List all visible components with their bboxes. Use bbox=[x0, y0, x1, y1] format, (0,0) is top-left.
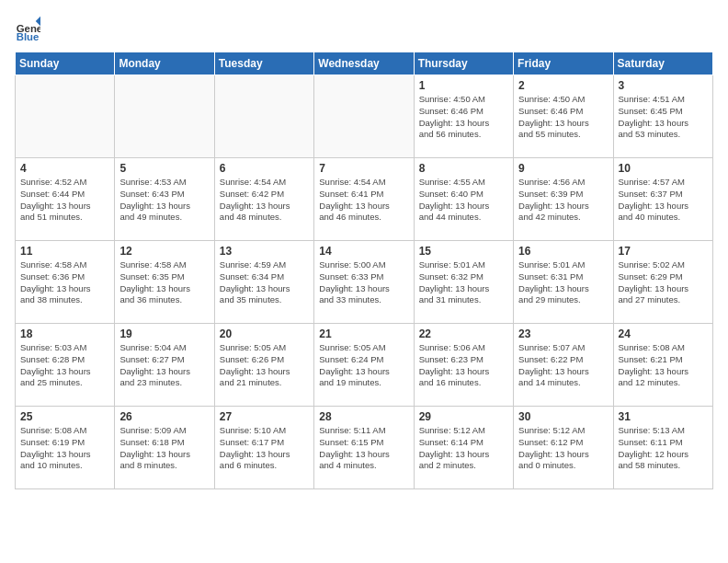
calendar-week-row: 11Sunrise: 4:58 AM Sunset: 6:36 PM Dayli… bbox=[16, 241, 713, 324]
svg-text:Blue: Blue bbox=[17, 31, 40, 40]
calendar-cell: 22Sunrise: 5:06 AM Sunset: 6:23 PM Dayli… bbox=[414, 324, 513, 407]
calendar-cell: 6Sunrise: 4:54 AM Sunset: 6:42 PM Daylig… bbox=[214, 158, 313, 241]
day-number: 17 bbox=[619, 245, 708, 258]
calendar-cell: 29Sunrise: 5:12 AM Sunset: 6:14 PM Dayli… bbox=[414, 407, 513, 489]
calendar-header-monday: Monday bbox=[115, 52, 214, 75]
day-info: Sunrise: 5:01 AM Sunset: 6:32 PM Dayligh… bbox=[419, 259, 508, 306]
calendar-cell: 15Sunrise: 5:01 AM Sunset: 6:32 PM Dayli… bbox=[414, 241, 513, 324]
day-number: 8 bbox=[419, 162, 508, 175]
day-number: 1 bbox=[419, 79, 508, 92]
day-number: 23 bbox=[518, 327, 608, 340]
day-info: Sunrise: 4:55 AM Sunset: 6:40 PM Dayligh… bbox=[419, 177, 508, 224]
calendar-cell: 4Sunrise: 4:52 AM Sunset: 6:44 PM Daylig… bbox=[16, 158, 115, 241]
day-info: Sunrise: 5:08 AM Sunset: 6:19 PM Dayligh… bbox=[20, 425, 109, 472]
calendar-cell bbox=[16, 75, 115, 158]
day-info: Sunrise: 5:12 AM Sunset: 6:14 PM Dayligh… bbox=[419, 425, 508, 472]
day-number: 24 bbox=[619, 327, 708, 340]
calendar-header-thursday: Thursday bbox=[414, 52, 513, 75]
calendar-cell: 17Sunrise: 5:02 AM Sunset: 6:29 PM Dayli… bbox=[613, 241, 712, 324]
day-info: Sunrise: 5:02 AM Sunset: 6:29 PM Dayligh… bbox=[619, 259, 708, 306]
day-number: 7 bbox=[319, 162, 408, 175]
calendar-cell: 8Sunrise: 4:55 AM Sunset: 6:40 PM Daylig… bbox=[414, 158, 513, 241]
calendar-table: SundayMondayTuesdayWednesdayThursdayFrid… bbox=[15, 52, 713, 489]
day-number: 22 bbox=[419, 327, 508, 340]
page-header: General Blue bbox=[15, 15, 713, 40]
day-info: Sunrise: 4:54 AM Sunset: 6:41 PM Dayligh… bbox=[319, 177, 408, 224]
calendar-cell: 18Sunrise: 5:03 AM Sunset: 6:28 PM Dayli… bbox=[16, 324, 115, 407]
calendar-cell: 14Sunrise: 5:00 AM Sunset: 6:33 PM Dayli… bbox=[314, 241, 414, 324]
day-info: Sunrise: 4:51 AM Sunset: 6:45 PM Dayligh… bbox=[619, 94, 708, 141]
day-number: 29 bbox=[419, 410, 508, 423]
day-info: Sunrise: 5:00 AM Sunset: 6:33 PM Dayligh… bbox=[319, 259, 408, 306]
calendar-cell: 16Sunrise: 5:01 AM Sunset: 6:31 PM Dayli… bbox=[514, 241, 613, 324]
calendar-header-friday: Friday bbox=[514, 52, 613, 75]
day-number: 14 bbox=[319, 245, 408, 258]
day-number: 11 bbox=[20, 245, 109, 258]
day-number: 9 bbox=[518, 162, 608, 175]
day-info: Sunrise: 4:57 AM Sunset: 6:37 PM Dayligh… bbox=[619, 177, 708, 224]
day-info: Sunrise: 5:05 AM Sunset: 6:24 PM Dayligh… bbox=[319, 342, 408, 389]
calendar-header-wednesday: Wednesday bbox=[314, 52, 414, 75]
calendar-cell: 9Sunrise: 4:56 AM Sunset: 6:39 PM Daylig… bbox=[514, 158, 613, 241]
day-info: Sunrise: 5:09 AM Sunset: 6:18 PM Dayligh… bbox=[119, 425, 209, 472]
calendar-cell: 25Sunrise: 5:08 AM Sunset: 6:19 PM Dayli… bbox=[16, 407, 115, 489]
day-info: Sunrise: 4:56 AM Sunset: 6:39 PM Dayligh… bbox=[518, 177, 608, 224]
calendar-cell: 10Sunrise: 4:57 AM Sunset: 6:37 PM Dayli… bbox=[613, 158, 712, 241]
day-info: Sunrise: 4:53 AM Sunset: 6:43 PM Dayligh… bbox=[119, 177, 209, 224]
day-info: Sunrise: 5:04 AM Sunset: 6:27 PM Dayligh… bbox=[119, 342, 209, 389]
day-info: Sunrise: 5:11 AM Sunset: 6:15 PM Dayligh… bbox=[319, 425, 408, 472]
day-info: Sunrise: 5:07 AM Sunset: 6:22 PM Dayligh… bbox=[518, 342, 608, 389]
day-number: 31 bbox=[619, 410, 708, 423]
day-info: Sunrise: 5:13 AM Sunset: 6:11 PM Dayligh… bbox=[619, 425, 708, 472]
calendar-cell: 12Sunrise: 4:58 AM Sunset: 6:35 PM Dayli… bbox=[115, 241, 214, 324]
calendar-cell: 27Sunrise: 5:10 AM Sunset: 6:17 PM Dayli… bbox=[214, 407, 313, 489]
calendar-cell: 26Sunrise: 5:09 AM Sunset: 6:18 PM Dayli… bbox=[115, 407, 214, 489]
calendar-cell: 31Sunrise: 5:13 AM Sunset: 6:11 PM Dayli… bbox=[613, 407, 712, 489]
calendar-cell: 24Sunrise: 5:08 AM Sunset: 6:21 PM Dayli… bbox=[613, 324, 712, 407]
day-info: Sunrise: 4:50 AM Sunset: 6:46 PM Dayligh… bbox=[419, 94, 508, 141]
day-info: Sunrise: 4:58 AM Sunset: 6:36 PM Dayligh… bbox=[20, 259, 109, 306]
calendar-week-row: 4Sunrise: 4:52 AM Sunset: 6:44 PM Daylig… bbox=[16, 158, 713, 241]
calendar-cell bbox=[214, 75, 313, 158]
day-number: 19 bbox=[119, 327, 209, 340]
calendar-cell: 1Sunrise: 4:50 AM Sunset: 6:46 PM Daylig… bbox=[414, 75, 513, 158]
calendar-cell: 30Sunrise: 5:12 AM Sunset: 6:12 PM Dayli… bbox=[514, 407, 613, 489]
day-info: Sunrise: 5:12 AM Sunset: 6:12 PM Dayligh… bbox=[518, 425, 608, 472]
day-info: Sunrise: 5:06 AM Sunset: 6:23 PM Dayligh… bbox=[419, 342, 508, 389]
day-info: Sunrise: 4:50 AM Sunset: 6:46 PM Dayligh… bbox=[518, 94, 608, 141]
day-number: 12 bbox=[119, 245, 209, 258]
day-number: 20 bbox=[220, 327, 309, 340]
day-info: Sunrise: 4:54 AM Sunset: 6:42 PM Dayligh… bbox=[220, 177, 309, 224]
day-number: 4 bbox=[20, 162, 109, 175]
day-info: Sunrise: 5:05 AM Sunset: 6:26 PM Dayligh… bbox=[220, 342, 309, 389]
day-info: Sunrise: 5:03 AM Sunset: 6:28 PM Dayligh… bbox=[20, 342, 109, 389]
day-number: 6 bbox=[220, 162, 309, 175]
day-number: 3 bbox=[619, 79, 708, 92]
day-info: Sunrise: 4:59 AM Sunset: 6:34 PM Dayligh… bbox=[220, 259, 309, 306]
day-number: 15 bbox=[419, 245, 508, 258]
day-number: 10 bbox=[619, 162, 708, 175]
day-number: 26 bbox=[119, 410, 209, 423]
day-number: 21 bbox=[319, 327, 408, 340]
calendar-header-saturday: Saturday bbox=[613, 52, 712, 75]
calendar-cell: 7Sunrise: 4:54 AM Sunset: 6:41 PM Daylig… bbox=[314, 158, 414, 241]
day-number: 2 bbox=[518, 79, 608, 92]
calendar-cell: 23Sunrise: 5:07 AM Sunset: 6:22 PM Dayli… bbox=[514, 324, 613, 407]
calendar-cell: 28Sunrise: 5:11 AM Sunset: 6:15 PM Dayli… bbox=[314, 407, 414, 489]
day-number: 5 bbox=[119, 162, 209, 175]
day-number: 30 bbox=[518, 410, 608, 423]
day-number: 27 bbox=[220, 410, 309, 423]
calendar-week-row: 1Sunrise: 4:50 AM Sunset: 6:46 PM Daylig… bbox=[16, 75, 713, 158]
day-info: Sunrise: 5:10 AM Sunset: 6:17 PM Dayligh… bbox=[220, 425, 309, 472]
calendar-header-sunday: Sunday bbox=[16, 52, 115, 75]
day-info: Sunrise: 5:01 AM Sunset: 6:31 PM Dayligh… bbox=[518, 259, 608, 306]
day-number: 18 bbox=[20, 327, 109, 340]
calendar-header-tuesday: Tuesday bbox=[214, 52, 313, 75]
logo: General Blue bbox=[15, 15, 40, 40]
day-info: Sunrise: 5:08 AM Sunset: 6:21 PM Dayligh… bbox=[619, 342, 708, 389]
logo-icon: General Blue bbox=[15, 15, 40, 40]
calendar-header-row: SundayMondayTuesdayWednesdayThursdayFrid… bbox=[16, 52, 713, 75]
calendar-cell: 2Sunrise: 4:50 AM Sunset: 6:46 PM Daylig… bbox=[514, 75, 613, 158]
calendar-cell: 19Sunrise: 5:04 AM Sunset: 6:27 PM Dayli… bbox=[115, 324, 214, 407]
calendar-cell: 5Sunrise: 4:53 AM Sunset: 6:43 PM Daylig… bbox=[115, 158, 214, 241]
